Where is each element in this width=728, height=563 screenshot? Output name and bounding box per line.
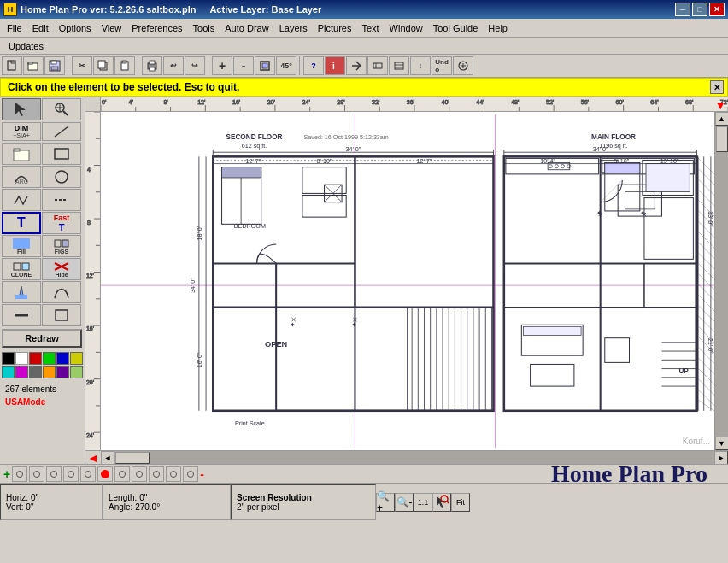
menu-pictures[interactable]: Pictures <box>313 21 357 35</box>
minimize-button[interactable]: ─ <box>675 3 690 16</box>
menu-edit[interactable]: Edit <box>27 21 54 35</box>
dot-btn-5[interactable] <box>80 466 96 482</box>
misc-btn5[interactable] <box>453 56 473 75</box>
swatch-purple[interactable] <box>56 366 69 378</box>
new-button[interactable] <box>2 56 22 75</box>
pan-tool[interactable] <box>42 98 81 120</box>
dot-btn-3[interactable] <box>46 466 62 482</box>
swatch-green[interactable] <box>43 352 56 365</box>
text-tool[interactable]: T <box>2 212 41 234</box>
folder-tool[interactable] <box>2 143 41 165</box>
close-button[interactable]: ✕ <box>709 3 725 16</box>
cut-button[interactable]: ✂ <box>72 56 92 75</box>
zoom-fit-button[interactable] <box>255 56 275 75</box>
undo-button[interactable]: ↩ <box>163 56 184 75</box>
scroll-thumb-h[interactable] <box>115 452 150 464</box>
zoom-in-button[interactable]: + <box>212 56 232 75</box>
paste-button[interactable] <box>114 56 135 75</box>
dot-btn-6[interactable] <box>114 466 130 482</box>
misc-btn1[interactable] <box>346 56 367 75</box>
swatch-white[interactable] <box>15 352 28 365</box>
misc-btn4[interactable]: ↕ <box>410 56 431 75</box>
drawing-canvas[interactable]: Home Plan Pro SECOND FLOOR 612 sq ft. Sa… <box>101 112 714 450</box>
rect-tool[interactable] <box>42 143 81 165</box>
clone-tool[interactable]: CLONE <box>2 258 41 280</box>
floor-plan-svg[interactable]: SECOND FLOOR 612 sq ft. Saved: 16 Oct 19… <box>101 112 714 450</box>
zoom-actual-btn[interactable]: 1:1 <box>414 493 432 512</box>
zigzag-tool[interactable] <box>2 189 41 211</box>
zoom-cursor-btn[interactable] <box>432 493 451 512</box>
redraw-button[interactable]: Redraw <box>2 329 82 348</box>
misc-btn2[interactable] <box>367 56 388 75</box>
menu-text[interactable]: Text <box>356 21 384 35</box>
menu-options[interactable]: Options <box>54 21 97 35</box>
scroll-track-v[interactable] <box>715 126 729 437</box>
print-button[interactable] <box>142 56 162 75</box>
dashed-tool[interactable] <box>42 189 81 211</box>
swatch-blue[interactable] <box>56 352 69 365</box>
plus-icon[interactable]: + <box>3 467 10 481</box>
menu-help[interactable]: Help <box>483 21 513 35</box>
menu-view[interactable]: View <box>97 21 127 35</box>
menu-updates[interactable]: Updates <box>3 39 49 53</box>
fast-tool[interactable]: Fast T <box>42 212 81 234</box>
curve-tool[interactable] <box>42 281 81 303</box>
scroll-right-button[interactable]: ► <box>714 451 728 465</box>
swatch-gray[interactable] <box>29 366 42 378</box>
dot-btn-2[interactable] <box>29 466 44 482</box>
swatch-cyan[interactable] <box>2 366 15 378</box>
swatch-orange[interactable] <box>43 366 56 378</box>
menu-auto-draw[interactable]: Auto Draw <box>220 21 273 35</box>
hline-tool[interactable] <box>2 304 41 326</box>
menu-tool-guide[interactable]: Tool Guide <box>428 21 484 35</box>
left-arrow-icon[interactable]: ◄ <box>87 451 99 465</box>
menu-tools[interactable]: Tools <box>188 21 220 35</box>
zoom-out-button[interactable]: - <box>233 56 254 75</box>
menu-layers[interactable]: Layers <box>274 21 313 35</box>
dot-btn-1[interactable] <box>12 466 27 482</box>
paint-tool[interactable] <box>2 281 41 303</box>
rotate-button[interactable]: 45° <box>276 56 296 75</box>
swatch-magenta[interactable] <box>15 366 28 378</box>
scroll-thumb-v[interactable] <box>716 126 728 152</box>
dot-btn-8[interactable] <box>149 466 164 482</box>
select-tool[interactable] <box>2 98 41 120</box>
dot-btn-7[interactable] <box>132 466 147 482</box>
dim-tool[interactable]: DIM +SIA+ <box>2 122 41 141</box>
dot-btn-10[interactable] <box>183 466 198 482</box>
scroll-track-h[interactable] <box>114 451 714 465</box>
dot-btn-red[interactable] <box>97 466 113 482</box>
fill-tool[interactable]: Fill <box>2 235 41 257</box>
misc-btn3[interactable] <box>389 56 409 75</box>
undo2-button[interactable]: Undo <box>432 56 452 75</box>
zoom-in-status-btn[interactable]: 🔍+ <box>376 493 395 512</box>
circle-tool[interactable] <box>42 166 81 188</box>
dot-btn-9[interactable] <box>166 466 181 482</box>
save-button[interactable] <box>44 56 65 75</box>
scroll-down-button[interactable]: ▼ <box>715 437 729 450</box>
notification-close[interactable]: ✕ <box>710 80 724 94</box>
menu-preferences[interactable]: Preferences <box>126 21 187 35</box>
dot-btn-4[interactable] <box>63 466 79 482</box>
info-btn[interactable]: i <box>325 56 345 75</box>
maximize-button[interactable]: □ <box>692 3 707 16</box>
scroll-left-button[interactable]: ◄ <box>101 451 114 465</box>
scroll-up-button[interactable]: ▲ <box>715 112 729 126</box>
box-tool[interactable] <box>42 304 81 326</box>
zoom-out-status-btn[interactable]: 🔍- <box>395 493 414 512</box>
zoom-fit-status-btn[interactable]: Fit <box>451 493 470 512</box>
line-tool[interactable] <box>42 122 81 141</box>
swatch-yellow[interactable] <box>70 352 83 365</box>
arc-tool[interactable]: ARC <box>2 166 41 188</box>
hide-tool[interactable]: Hide <box>42 258 81 280</box>
swatch-black[interactable] <box>2 352 15 365</box>
menu-window[interactable]: Window <box>385 21 428 35</box>
swatch-lightgreen[interactable] <box>70 366 83 378</box>
minus-icon[interactable]: - <box>200 467 204 481</box>
swatch-red[interactable] <box>29 352 42 365</box>
redo-button[interactable]: ↪ <box>185 56 205 75</box>
open-button[interactable] <box>23 56 44 75</box>
copy-button[interactable] <box>93 56 114 75</box>
help-btn[interactable]: ? <box>303 56 324 75</box>
figs-tool[interactable]: FIGS <box>42 235 81 257</box>
